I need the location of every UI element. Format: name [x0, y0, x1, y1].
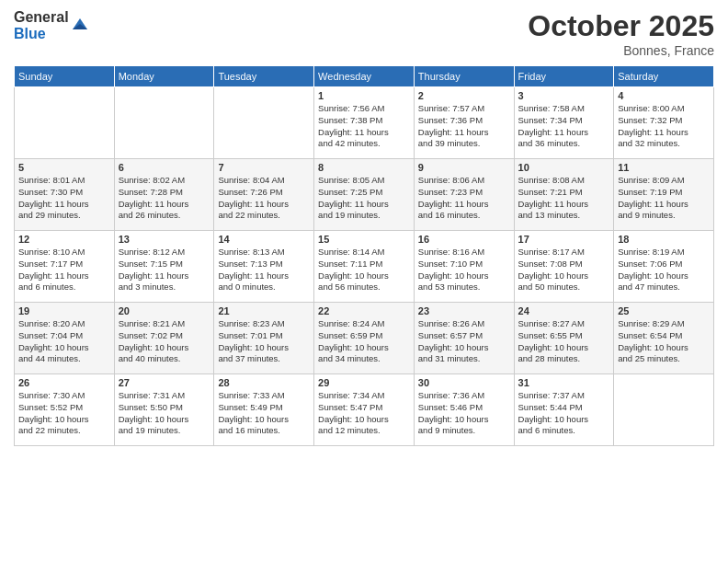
- day-number: 14: [218, 234, 310, 245]
- calendar-cell: 19Sunrise: 8:20 AM Sunset: 7:04 PM Dayli…: [15, 303, 115, 374]
- day-number: 13: [119, 234, 210, 245]
- logo-icon: [71, 17, 89, 35]
- calendar-cell: 13Sunrise: 8:12 AM Sunset: 7:15 PM Dayli…: [114, 231, 214, 303]
- day-number: 26: [18, 377, 110, 388]
- day-info: Sunrise: 7:33 AM Sunset: 5:49 PM Dayligh…: [218, 390, 310, 437]
- calendar-cell: [15, 87, 115, 159]
- calendar-cell: [214, 87, 314, 159]
- day-number: 15: [318, 234, 410, 245]
- calendar-cell: 11Sunrise: 8:09 AM Sunset: 7:19 PM Dayli…: [614, 159, 714, 231]
- weekday-header-row: Sunday Monday Tuesday Wednesday Thursday…: [15, 66, 714, 87]
- calendar-cell: [614, 374, 714, 446]
- calendar-cell: 8Sunrise: 8:05 AM Sunset: 7:25 PM Daylig…: [314, 159, 415, 231]
- day-info: Sunrise: 8:24 AM Sunset: 6:59 PM Dayligh…: [318, 318, 410, 365]
- day-info: Sunrise: 8:14 AM Sunset: 7:11 PM Dayligh…: [318, 247, 410, 293]
- day-info: Sunrise: 8:01 AM Sunset: 7:30 PM Dayligh…: [18, 175, 110, 222]
- day-number: 11: [618, 162, 710, 173]
- header-saturday: Saturday: [614, 66, 714, 87]
- calendar-week-3: 12Sunrise: 8:10 AM Sunset: 7:17 PM Dayli…: [15, 231, 714, 303]
- calendar-cell: 23Sunrise: 8:26 AM Sunset: 6:57 PM Dayli…: [414, 303, 514, 374]
- day-number: 28: [218, 377, 310, 388]
- day-info: Sunrise: 8:17 AM Sunset: 7:08 PM Dayligh…: [518, 247, 610, 293]
- calendar-cell: 30Sunrise: 7:36 AM Sunset: 5:46 PM Dayli…: [414, 374, 514, 446]
- logo-blue: Blue: [14, 26, 69, 42]
- day-info: Sunrise: 7:37 AM Sunset: 5:44 PM Dayligh…: [518, 390, 610, 437]
- header-wednesday: Wednesday: [314, 66, 415, 87]
- header-tuesday: Tuesday: [214, 66, 314, 87]
- day-info: Sunrise: 8:16 AM Sunset: 7:10 PM Dayligh…: [418, 247, 510, 293]
- calendar-cell: 5Sunrise: 8:01 AM Sunset: 7:30 PM Daylig…: [15, 159, 115, 231]
- calendar-cell: 3Sunrise: 7:58 AM Sunset: 7:34 PM Daylig…: [514, 87, 614, 159]
- calendar-cell: 9Sunrise: 8:06 AM Sunset: 7:23 PM Daylig…: [414, 159, 514, 231]
- month-title: October 2025: [528, 9, 714, 43]
- day-info: Sunrise: 8:10 AM Sunset: 7:17 PM Dayligh…: [18, 247, 110, 293]
- day-number: 30: [418, 377, 510, 388]
- day-info: Sunrise: 8:21 AM Sunset: 7:02 PM Dayligh…: [119, 318, 210, 365]
- day-number: 10: [518, 162, 610, 173]
- day-number: 25: [618, 305, 710, 316]
- logo-general: General: [14, 9, 69, 26]
- day-number: 5: [18, 162, 110, 173]
- day-info: Sunrise: 8:26 AM Sunset: 6:57 PM Dayligh…: [418, 318, 510, 365]
- calendar-week-5: 26Sunrise: 7:30 AM Sunset: 5:52 PM Dayli…: [15, 374, 714, 446]
- day-info: Sunrise: 7:34 AM Sunset: 5:47 PM Dayligh…: [318, 390, 410, 437]
- day-info: Sunrise: 8:02 AM Sunset: 7:28 PM Dayligh…: [119, 175, 210, 222]
- header-friday: Friday: [514, 66, 614, 87]
- day-number: 7: [218, 162, 310, 173]
- day-info: Sunrise: 8:20 AM Sunset: 7:04 PM Dayligh…: [18, 318, 110, 365]
- day-number: 24: [518, 305, 610, 316]
- day-number: 1: [318, 90, 410, 101]
- day-number: 31: [518, 377, 610, 388]
- day-number: 22: [318, 305, 410, 316]
- day-number: 3: [518, 90, 610, 101]
- logo: General Blue: [14, 9, 89, 41]
- day-number: 9: [418, 162, 510, 173]
- day-number: 29: [318, 377, 410, 388]
- calendar-cell: 26Sunrise: 7:30 AM Sunset: 5:52 PM Dayli…: [15, 374, 115, 446]
- calendar-week-2: 5Sunrise: 8:01 AM Sunset: 7:30 PM Daylig…: [15, 159, 714, 231]
- calendar: Sunday Monday Tuesday Wednesday Thursday…: [14, 65, 714, 446]
- day-number: 27: [119, 377, 210, 388]
- location: Bonnes, France: [528, 43, 714, 58]
- day-number: 2: [418, 90, 510, 101]
- calendar-cell: 12Sunrise: 8:10 AM Sunset: 7:17 PM Dayli…: [15, 231, 115, 303]
- calendar-cell: 29Sunrise: 7:34 AM Sunset: 5:47 PM Dayli…: [314, 374, 415, 446]
- header-sunday: Sunday: [15, 66, 115, 87]
- day-number: 6: [119, 162, 210, 173]
- calendar-week-4: 19Sunrise: 8:20 AM Sunset: 7:04 PM Dayli…: [15, 303, 714, 374]
- calendar-cell: [114, 87, 214, 159]
- day-info: Sunrise: 7:58 AM Sunset: 7:34 PM Dayligh…: [518, 103, 610, 150]
- day-number: 4: [618, 90, 710, 101]
- day-info: Sunrise: 7:30 AM Sunset: 5:52 PM Dayligh…: [18, 390, 110, 437]
- calendar-cell: 4Sunrise: 8:00 AM Sunset: 7:32 PM Daylig…: [614, 87, 714, 159]
- page-header: General Blue October 2025 Bonnes, France: [14, 9, 714, 58]
- calendar-cell: 17Sunrise: 8:17 AM Sunset: 7:08 PM Dayli…: [514, 231, 614, 303]
- title-block: October 2025 Bonnes, France: [528, 9, 714, 58]
- day-number: 18: [618, 234, 710, 245]
- day-number: 17: [518, 234, 610, 245]
- calendar-cell: 6Sunrise: 8:02 AM Sunset: 7:28 PM Daylig…: [114, 159, 214, 231]
- day-number: 16: [418, 234, 510, 245]
- day-info: Sunrise: 8:12 AM Sunset: 7:15 PM Dayligh…: [119, 247, 210, 293]
- day-info: Sunrise: 8:19 AM Sunset: 7:06 PM Dayligh…: [618, 247, 710, 293]
- day-info: Sunrise: 8:13 AM Sunset: 7:13 PM Dayligh…: [218, 247, 310, 293]
- calendar-cell: 24Sunrise: 8:27 AM Sunset: 6:55 PM Dayli…: [514, 303, 614, 374]
- calendar-cell: 1Sunrise: 7:56 AM Sunset: 7:38 PM Daylig…: [314, 87, 415, 159]
- day-info: Sunrise: 8:09 AM Sunset: 7:19 PM Dayligh…: [618, 175, 710, 222]
- calendar-cell: 16Sunrise: 8:16 AM Sunset: 7:10 PM Dayli…: [414, 231, 514, 303]
- day-number: 12: [18, 234, 110, 245]
- day-info: Sunrise: 8:29 AM Sunset: 6:54 PM Dayligh…: [618, 318, 710, 365]
- day-info: Sunrise: 7:31 AM Sunset: 5:50 PM Dayligh…: [119, 390, 210, 437]
- header-thursday: Thursday: [414, 66, 514, 87]
- calendar-cell: 27Sunrise: 7:31 AM Sunset: 5:50 PM Dayli…: [114, 374, 214, 446]
- day-number: 21: [218, 305, 310, 316]
- day-info: Sunrise: 8:27 AM Sunset: 6:55 PM Dayligh…: [518, 318, 610, 365]
- day-info: Sunrise: 7:36 AM Sunset: 5:46 PM Dayligh…: [418, 390, 510, 437]
- calendar-cell: 25Sunrise: 8:29 AM Sunset: 6:54 PM Dayli…: [614, 303, 714, 374]
- calendar-cell: 7Sunrise: 8:04 AM Sunset: 7:26 PM Daylig…: [214, 159, 314, 231]
- header-monday: Monday: [114, 66, 214, 87]
- day-info: Sunrise: 8:06 AM Sunset: 7:23 PM Dayligh…: [418, 175, 510, 222]
- calendar-cell: 21Sunrise: 8:23 AM Sunset: 7:01 PM Dayli…: [214, 303, 314, 374]
- calendar-cell: 14Sunrise: 8:13 AM Sunset: 7:13 PM Dayli…: [214, 231, 314, 303]
- calendar-cell: 2Sunrise: 7:57 AM Sunset: 7:36 PM Daylig…: [414, 87, 514, 159]
